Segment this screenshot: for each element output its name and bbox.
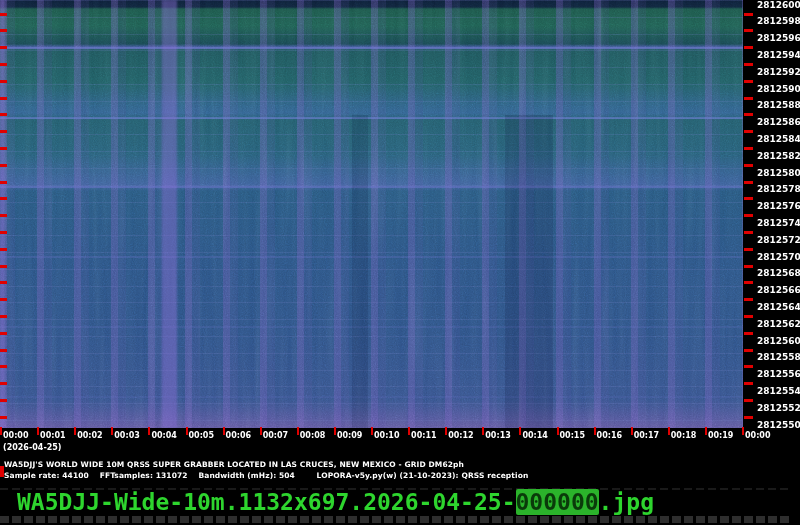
freq-axis-label: 28125920	[757, 67, 800, 77]
freq-tick-right	[744, 130, 753, 133]
freq-axis-label: 28125760	[757, 201, 800, 211]
freq-tick-right	[744, 181, 753, 184]
time-tick	[482, 427, 484, 435]
time-axis-label: 00:09	[337, 431, 362, 440]
freq-tick-right	[744, 248, 753, 251]
freq-tick-right	[744, 349, 753, 352]
freq-tick-right	[744, 13, 753, 16]
spectrogram-dark-column	[352, 115, 368, 428]
spectrogram-scan-line	[0, 326, 743, 328]
date-label: (2026-04-25)	[3, 443, 61, 452]
freq-tick-left	[0, 113, 7, 116]
freq-tick-left	[0, 63, 7, 66]
freq-tick-right	[744, 214, 753, 217]
spectrogram-scan-line	[0, 47, 743, 49]
freq-tick-right	[744, 416, 753, 419]
freq-tick-right	[744, 332, 753, 335]
time-tick	[371, 427, 373, 435]
time-axis-label: 00:10	[374, 431, 399, 440]
spectrogram-scan-line	[0, 396, 743, 398]
spectrogram-purple-smear	[162, 0, 177, 428]
freq-tick-left	[0, 214, 7, 217]
grabber-settings: Sample rate: 44100 FFTsamples: 131072 Ba…	[4, 471, 528, 480]
freq-tick-left	[0, 298, 7, 301]
freq-tick-left	[0, 46, 7, 49]
freq-tick-left	[0, 281, 7, 284]
freq-axis-label: 28125700	[757, 252, 800, 262]
time-axis-label: 00:14	[522, 431, 547, 440]
freq-tick-left	[0, 197, 7, 200]
time-tick	[186, 427, 188, 435]
freq-tick-right	[744, 265, 753, 268]
time-tick	[594, 427, 596, 435]
freq-tick-right	[744, 298, 753, 301]
freq-tick-left	[0, 265, 7, 268]
freq-tick-left	[0, 29, 7, 32]
freq-tick-right	[744, 46, 753, 49]
time-tick	[37, 427, 39, 435]
time-axis-label: 00:07	[263, 431, 288, 440]
freq-tick-right	[744, 197, 753, 200]
freq-tick-right	[744, 315, 753, 318]
grabber-screenshot: 2812600028125980281259602812594028125920…	[0, 0, 800, 525]
freq-axis-label: 28125660	[757, 285, 800, 295]
freq-tick-left	[0, 13, 7, 16]
time-tick	[742, 427, 744, 435]
freq-axis-label: 28125500	[757, 420, 800, 430]
freq-axis-label: 28125520	[757, 403, 800, 413]
time-tick	[297, 427, 299, 435]
freq-tick-right	[744, 399, 753, 402]
time-axis-label: 00:18	[671, 431, 696, 440]
filename-highlight: 000000	[516, 489, 599, 515]
spectrogram-scan-line	[0, 186, 743, 188]
time-tick	[705, 427, 707, 435]
freq-tick-right	[744, 382, 753, 385]
time-tick	[519, 427, 521, 435]
freq-axis-label: 28125560	[757, 369, 800, 379]
freq-axis-label: 28125800	[757, 168, 800, 178]
spectrogram	[0, 0, 743, 428]
freq-tick-left	[0, 365, 7, 368]
time-axis-label: 00:17	[634, 431, 659, 440]
freq-axis-label: 28125540	[757, 386, 800, 396]
time-axis-label: 00:15	[560, 431, 585, 440]
time-tick	[260, 427, 262, 435]
freq-axis-label: 28125820	[757, 151, 800, 161]
freq-tick-left	[0, 315, 7, 318]
freq-tick-left	[0, 248, 7, 251]
freq-axis-label: 28125960	[757, 33, 800, 43]
time-tick	[74, 427, 76, 435]
freq-tick-left	[0, 97, 7, 100]
freq-axis-label: 28125600	[757, 336, 800, 346]
time-axis-label: 00:11	[411, 431, 436, 440]
freq-axis-label: 28125840	[757, 134, 800, 144]
freq-tick-right	[744, 97, 753, 100]
spectrogram-dark-column	[505, 115, 553, 428]
time-tick	[557, 427, 559, 435]
freq-tick-right	[744, 164, 753, 167]
freq-axis-label: 28125940	[757, 50, 800, 60]
time-tick	[148, 427, 150, 435]
freq-tick-right	[744, 281, 753, 284]
freq-tick-right	[744, 365, 753, 368]
freq-axis-label: 28125580	[757, 352, 800, 362]
freq-tick-right	[744, 147, 753, 150]
time-tick	[408, 427, 410, 435]
time-tick	[631, 427, 633, 435]
time-axis-label: 00:00	[3, 431, 28, 440]
filename-prefix: WA5DJJ-Wide-10m.1132x697.2026-04-25-	[17, 489, 516, 515]
time-axis-label: 00:05	[189, 431, 214, 440]
freq-axis-label: 28125640	[757, 302, 800, 312]
freq-tick-right	[744, 63, 753, 66]
spectrogram-noise-texture	[0, 0, 743, 428]
freq-tick-left	[0, 399, 7, 402]
time-axis-label: 00:16	[597, 431, 622, 440]
freq-tick-right	[744, 113, 753, 116]
filename-suffix: .jpg	[599, 489, 654, 515]
freq-axis-label: 28125620	[757, 319, 800, 329]
time-axis-label: 00:12	[448, 431, 473, 440]
time-tick	[223, 427, 225, 435]
time-tick	[111, 427, 113, 435]
spectrogram-scan-line	[0, 117, 743, 119]
freq-tick-left	[0, 382, 7, 385]
